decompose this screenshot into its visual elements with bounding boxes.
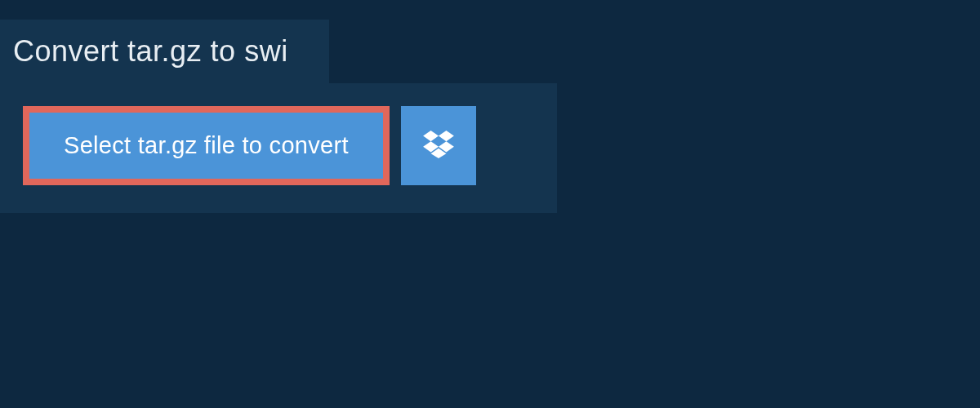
- dropbox-button[interactable]: [401, 106, 476, 185]
- button-row: Select tar.gz file to convert: [23, 106, 534, 185]
- select-file-label: Select tar.gz file to convert: [64, 132, 349, 158]
- upload-panel: Select tar.gz file to convert: [0, 83, 557, 213]
- page-title: Convert tar.gz to swi: [13, 34, 288, 69]
- dropbox-icon: [423, 131, 454, 161]
- header-tab: Convert tar.gz to swi: [0, 20, 329, 83]
- select-file-button[interactable]: Select tar.gz file to convert: [23, 106, 390, 185]
